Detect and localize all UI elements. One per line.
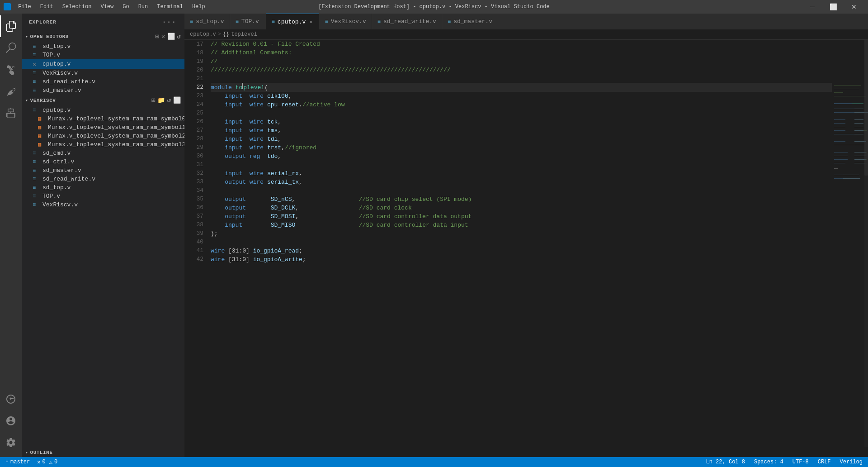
spaces (246, 212, 271, 221)
svg-rect-23 (848, 134, 854, 134)
menu-go[interactable]: Go (119, 3, 132, 11)
sidebar: EXPLORER ··· ▾ OPEN EDITORS ⊞ ✕ ⬜ ↺ ≡ sd… (22, 14, 184, 457)
activity-extensions[interactable] (0, 102, 22, 124)
code-content[interactable]: // Revision 0.01 - File Created // Addit… (207, 40, 832, 457)
status-errors[interactable]: ✕ 0 ⚠ 0 (35, 459, 59, 466)
tab-vexriscv[interactable]: ≡ VexRiscv.v (319, 14, 372, 29)
svg-rect-2 (834, 89, 859, 89)
status-encoding[interactable]: UTF-8 (791, 459, 811, 465)
tab-cputop[interactable]: ≡ cputop.v ✕ (266, 14, 320, 29)
activity-source-control[interactable] (0, 59, 22, 81)
punct: ; (299, 247, 302, 255)
keyword-input: input (225, 118, 242, 126)
tab-close-icon[interactable]: ✕ (308, 18, 313, 26)
sidebar-more-actions[interactable]: ··· (161, 17, 177, 27)
refresh-folder-icon[interactable]: ↺ (167, 96, 171, 104)
comment-text: //SD card clock (359, 204, 412, 212)
spaces (246, 204, 271, 212)
menu-run[interactable]: Run (135, 3, 152, 11)
menu-view[interactable]: View (97, 3, 117, 11)
space (264, 100, 267, 109)
close-modified-icon[interactable]: ✕ (33, 60, 40, 68)
vexriscv-header[interactable]: ▾ VEXRISCV ⊞ 📁 ↺ ⬜ (22, 95, 184, 106)
file-symbol0[interactable]: ▦ Murax.v_toplevel_system_ram_ram_symbol… (22, 114, 184, 123)
menu-selection[interactable]: Selection (59, 3, 95, 11)
sidebar-header: EXPLORER ··· (22, 14, 184, 31)
open-editor-vexriscv[interactable]: ≡ VexRiscv.v (22, 69, 184, 77)
tab-sd-read-write[interactable]: ≡ sd_read_write.v (372, 14, 442, 29)
code-area: 17 18 19 20 21 22 23 24 25 26 27 28 29 3… (184, 40, 868, 457)
keyword-wire: wire (250, 135, 264, 143)
breadcrumb-sep1: > (218, 31, 221, 38)
activity-search[interactable] (0, 37, 22, 59)
status-spaces[interactable]: Spaces: 4 (752, 459, 785, 465)
file-sd-top[interactable]: ≡ sd_top.v (22, 183, 184, 192)
tab-sd-top[interactable]: ≡ sd_top.v (184, 14, 230, 29)
file-sd-master[interactable]: ≡ sd_master.v (22, 166, 184, 175)
indent (211, 126, 225, 135)
file-sd-read-write[interactable]: ≡ sd_read_write.v (22, 175, 184, 183)
open-editor-sd-master[interactable]: ≡ sd_master.v (22, 86, 184, 95)
file-symbol1[interactable]: ▦ Murax.v_toplevel_system_ram_ram_symbol… (22, 123, 184, 132)
open-editor-label: VexRiscv.v (42, 70, 78, 76)
maximize-button[interactable]: ⬜ (823, 0, 844, 14)
code-line-36: output SD_DCLK , //SD card clock (211, 204, 832, 212)
collapse-folder-icon[interactable]: ⬜ (173, 96, 181, 104)
save-all-icon[interactable]: ⊞ (156, 33, 160, 40)
activity-settings[interactable] (0, 432, 22, 453)
file-sd-ctrl[interactable]: ≡ sd_ctrl.v (22, 157, 184, 166)
code-line-21 (211, 74, 832, 83)
vexriscv-label: VEXRISCV (30, 98, 56, 103)
file-sd-cmd[interactable]: ≡ sd_cmd.v (22, 149, 184, 157)
svg-rect-13 (834, 119, 845, 120)
menu-help[interactable]: Help (189, 3, 209, 11)
tab-sd-master[interactable]: ≡ sd_master.v (442, 14, 498, 29)
close-button[interactable]: ✕ (844, 0, 864, 14)
menu-edit[interactable]: Edit (37, 3, 57, 11)
tab-top[interactable]: ≡ TOP.v (230, 14, 266, 29)
file-top[interactable]: ≡ TOP.v (22, 192, 184, 200)
indent (211, 152, 225, 161)
file-symbol3[interactable]: ▦ Murax.v_toplevel_system_ram_ram_symbol… (22, 140, 184, 149)
open-editor-cputop[interactable]: ✕ cputop.v (22, 59, 184, 69)
status-position[interactable]: Ln 22, Col 8 (704, 459, 747, 465)
activity-accounts[interactable] (0, 410, 22, 432)
signal-name: tdi (267, 135, 278, 143)
signal-name: cpu_reset (267, 100, 299, 109)
status-bar: ⑂ master ✕ 0 ⚠ 0 Ln 22, Col 8 Spaces: 4 … (0, 457, 868, 467)
activity-run-debug[interactable] (0, 81, 22, 102)
activity-remote-explorer[interactable] (0, 388, 22, 410)
new-file-icon[interactable]: ⊞ (151, 96, 156, 104)
menu-file[interactable]: File (14, 3, 35, 11)
menu-terminal[interactable]: Terminal (153, 3, 187, 11)
file-cputop[interactable]: ≡ cputop.v (22, 106, 184, 114)
activity-explorer[interactable] (0, 15, 22, 37)
close-all-icon[interactable]: ✕ (161, 33, 165, 40)
tab-label: cputop.v (278, 19, 306, 25)
open-editor-sd-top[interactable]: ≡ sd_top.v (22, 42, 184, 51)
open-editor-top[interactable]: ≡ TOP.v (22, 51, 184, 59)
new-folder-icon[interactable]: 📁 (157, 96, 165, 104)
minimize-button[interactable]: ─ (802, 0, 823, 14)
collapse-icon[interactable]: ⬜ (167, 33, 175, 40)
module-name2: plevel (243, 83, 264, 92)
breadcrumb-item[interactable]: toplevel (231, 31, 257, 38)
open-editor-sd-read-write[interactable]: ≡ sd_read_write.v (22, 77, 184, 86)
status-language[interactable]: Verilog (838, 459, 864, 465)
open-editors-header[interactable]: ▾ OPEN EDITORS ⊞ ✕ ⬜ ↺ (22, 31, 184, 42)
tab-label: sd_read_write.v (383, 18, 436, 25)
signal-name: clk100 (267, 92, 288, 100)
keyword-wire: wire (250, 143, 264, 152)
code-line-34 (211, 186, 832, 195)
file-symbol2[interactable]: ▦ Murax.v_toplevel_system_ram_ram_symbol… (22, 132, 184, 140)
outline-header[interactable]: ▸ OUTLINE (22, 448, 184, 457)
refresh-icon[interactable]: ↺ (177, 33, 181, 40)
file-vexriscv[interactable]: ≡ VexRiscv.v (22, 200, 184, 209)
svg-rect-34 (854, 156, 866, 156)
status-line-ending[interactable]: CRLF (816, 459, 833, 465)
breadcrumb-file[interactable]: cputop.v (190, 31, 216, 38)
status-branch[interactable]: ⑂ master (4, 459, 32, 465)
punct: , (281, 143, 285, 152)
spaces (246, 195, 271, 204)
breadcrumb-brace[interactable]: {} (223, 31, 229, 38)
